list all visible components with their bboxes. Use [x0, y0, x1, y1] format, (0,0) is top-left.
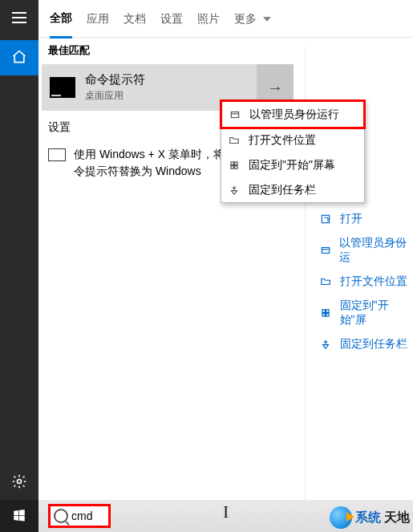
svg-rect-3: [231, 112, 238, 117]
preview-actions: 打开 以管理员身份运 打开文件位置 固定到"开始"屏 固定到任务栏: [319, 212, 413, 351]
watermark-text-a: 系统: [355, 510, 381, 526]
preview-action-label: 固定到任务栏: [340, 337, 407, 351]
search-icon: [54, 509, 68, 523]
ctx-label: 打开文件位置: [249, 133, 316, 148]
gear-icon: [11, 473, 27, 492]
pin-start-icon: [228, 159, 241, 172]
home-button[interactable]: [0, 40, 38, 75]
left-rail: [0, 0, 38, 500]
admin-icon: [229, 108, 241, 121]
svg-point-0: [18, 479, 22, 483]
search-tabs: 全部 应用 文档 设置 照片 更多: [38, 0, 413, 38]
ctx-open-file-location[interactable]: 打开文件位置: [221, 128, 364, 152]
open-icon: [319, 213, 332, 225]
preview-action-open[interactable]: 打开: [319, 212, 413, 226]
folder-icon: [228, 134, 241, 147]
search-input[interactable]: cmd: [48, 504, 111, 528]
preview-action-pin-start[interactable]: 固定到"开始"屏: [319, 298, 413, 327]
settings-section-label: 设置: [48, 120, 71, 135]
folder-icon: [319, 275, 332, 288]
windows-logo-icon: [12, 508, 26, 525]
preview-action-label: 以管理员身份运: [339, 236, 413, 265]
preview-action-pin-taskbar[interactable]: 固定到任务栏: [319, 337, 413, 351]
ctx-run-as-admin[interactable]: 以管理员身份运行: [220, 99, 366, 129]
tab-apps[interactable]: 应用: [87, 0, 109, 37]
pin-taskbar-icon: [319, 338, 332, 351]
ctx-label: 固定到任务栏: [249, 183, 316, 197]
tab-more-label: 更多: [234, 12, 257, 25]
tab-photos[interactable]: 照片: [197, 0, 220, 37]
context-menu: 以管理员身份运行 打开文件位置 固定到"开始"屏幕 固定到任务栏: [221, 100, 365, 203]
cmd-icon: [50, 77, 75, 98]
preview-action-label: 打开: [340, 212, 362, 226]
preview-action-label: 打开文件位置: [340, 274, 407, 289]
result-subtitle: 桌面应用: [85, 89, 145, 103]
watermark-text-b: 天地: [384, 510, 410, 526]
settings-button[interactable]: [0, 465, 38, 500]
arrow-right-icon: →: [267, 79, 283, 97]
ctx-label: 以管理员身份运行: [249, 108, 339, 122]
tab-documents[interactable]: 文档: [123, 0, 146, 37]
ctx-label: 固定到"开始"屏幕: [249, 158, 335, 173]
result-texts: 命令提示符 桌面应用: [85, 72, 145, 103]
tab-more[interactable]: 更多: [234, 0, 271, 37]
result-title: 命令提示符: [85, 72, 145, 87]
tab-all[interactable]: 全部: [50, 0, 72, 39]
tab-settings[interactable]: 设置: [160, 0, 183, 37]
home-icon: [11, 49, 27, 67]
pin-start-icon: [319, 307, 332, 319]
menu-button[interactable]: [0, 0, 38, 35]
search-input-value: cmd: [71, 510, 92, 522]
svg-rect-2: [322, 248, 329, 254]
settings-item-icon: [48, 148, 66, 161]
settings-result[interactable]: 使用 Windows + X 菜单时，将命令提示符替换为 Windows: [48, 146, 241, 180]
text-cursor-icon: I: [223, 502, 229, 522]
globe-icon: [330, 506, 352, 529]
ctx-pin-to-taskbar[interactable]: 固定到任务栏: [221, 177, 364, 202]
hamburger-icon: [12, 17, 26, 18]
chevron-down-icon: [263, 17, 271, 22]
admin-icon: [319, 244, 331, 257]
preview-action-open-location[interactable]: 打开文件位置: [319, 274, 413, 289]
ctx-pin-to-start[interactable]: 固定到"开始"屏幕: [221, 152, 364, 177]
taskbar: cmd I 系统天地: [0, 500, 413, 532]
best-match-label: 最佳匹配: [48, 43, 90, 58]
pin-taskbar-icon: [228, 184, 241, 197]
preview-action-label: 固定到"开始"屏: [340, 298, 413, 327]
watermark-logo: 系统天地: [330, 506, 410, 529]
preview-action-run-admin[interactable]: 以管理员身份运: [319, 236, 413, 265]
start-button[interactable]: [0, 500, 38, 532]
settings-item-text: 使用 Windows + X 菜单时，将命令提示符替换为 Windows: [74, 146, 241, 180]
